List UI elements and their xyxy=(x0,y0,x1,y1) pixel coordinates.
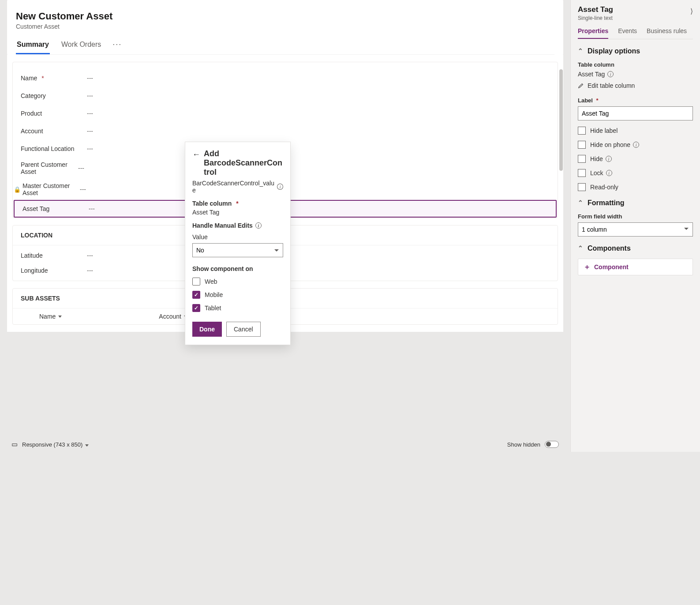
field-value: --- xyxy=(89,205,548,212)
chevron-up-icon: ⌃ xyxy=(578,47,583,54)
label-input[interactable] xyxy=(578,106,693,120)
responsive-mode-button[interactable]: Responsive (743 x 850) xyxy=(22,441,89,448)
chevron-up-icon: ⌃ xyxy=(578,199,583,206)
panel-tab-events[interactable]: Events xyxy=(618,27,637,39)
panel-title: Asset Tag xyxy=(578,5,613,14)
checkbox-web[interactable] xyxy=(192,278,200,286)
panel-tab-business-rules[interactable]: Business rules xyxy=(647,27,687,39)
checkbox-lock[interactable] xyxy=(578,169,586,177)
popover-subtitle: BarCodeScannerControl_value i xyxy=(192,180,283,194)
chevron-down-icon xyxy=(58,316,62,318)
info-icon[interactable]: i xyxy=(633,142,639,148)
info-icon[interactable]: i xyxy=(255,222,262,229)
required-star-icon: * xyxy=(236,200,238,207)
checkbox-tablet[interactable] xyxy=(192,304,200,312)
tab-work-orders[interactable]: Work Orders xyxy=(60,38,102,54)
scrollbar[interactable] xyxy=(559,69,563,171)
field-label: Product xyxy=(21,110,42,117)
field-value: --- xyxy=(87,75,550,82)
properties-panel: Asset Tag Single-line text ⟩ Properties … xyxy=(570,0,700,452)
table-column-value: Asset Tag xyxy=(578,71,605,78)
popover-title: Add BarcodeScannerControl xyxy=(204,149,283,177)
panel-tab-properties[interactable]: Properties xyxy=(578,27,608,39)
info-icon[interactable]: i xyxy=(607,71,614,77)
show-hidden-label: Show hidden xyxy=(507,441,540,448)
field-value: --- xyxy=(87,252,550,259)
handle-manual-edits-label: Handle Manual Edits i xyxy=(192,222,283,229)
bottom-bar: ▭ Responsive (743 x 850) Show hidden xyxy=(7,437,563,452)
field-label: Functional Location xyxy=(21,145,74,152)
field-label: Name xyxy=(21,75,37,82)
table-column-value: Asset Tag xyxy=(192,209,283,216)
checkbox-label: Tablet xyxy=(205,304,221,312)
field-value: --- xyxy=(80,186,550,193)
checkbox-label: Hide label xyxy=(590,127,618,134)
back-arrow-icon[interactable]: ← xyxy=(192,149,200,160)
checkbox-hide-on-phone[interactable] xyxy=(578,141,586,149)
checkbox-label: Read-only xyxy=(590,184,618,191)
show-component-on-label: Show component on xyxy=(192,265,283,272)
chevron-down-icon xyxy=(85,444,89,447)
field-value: --- xyxy=(87,110,550,117)
column-label: Name xyxy=(39,313,56,320)
tab-overflow-button[interactable]: ··· xyxy=(112,40,122,53)
label-field-label: Label * xyxy=(578,97,693,104)
section-formatting[interactable]: ⌃ Formatting xyxy=(578,199,693,207)
plus-icon: ＋ xyxy=(584,263,591,271)
tab-summary[interactable]: Summary xyxy=(16,38,50,54)
checkbox-hide-label[interactable] xyxy=(578,127,586,135)
panel-subtitle: Single-line text xyxy=(578,15,613,21)
edit-table-column-link[interactable]: Edit table column xyxy=(578,82,693,89)
form-tabs: Summary Work Orders ··· xyxy=(16,38,554,55)
table-column-label: Table column xyxy=(578,61,693,68)
field-label: Parent Customer Asset xyxy=(21,161,78,175)
layout-icon: ▭ xyxy=(11,440,18,448)
column-header-account[interactable]: Account xyxy=(159,313,187,320)
checkbox-read-only[interactable] xyxy=(578,183,586,191)
required-star-icon: * xyxy=(596,97,599,104)
add-component-button[interactable]: ＋ Component xyxy=(578,259,693,275)
info-icon[interactable]: i xyxy=(606,156,612,162)
field-product[interactable]: Product --- xyxy=(13,105,558,122)
checkbox-label: Hide i xyxy=(590,155,612,162)
collapse-panel-button[interactable]: ⟩ xyxy=(690,7,693,15)
column-header-name[interactable]: Name xyxy=(39,313,62,320)
checkbox-hide[interactable] xyxy=(578,155,586,163)
field-name[interactable]: Name * --- xyxy=(13,69,558,87)
checkbox-label: Web xyxy=(205,278,217,285)
field-category[interactable]: Category --- xyxy=(13,87,558,105)
checkbox-label: Lock i xyxy=(590,169,612,177)
show-hidden-toggle[interactable] xyxy=(545,441,559,448)
value-label: Value xyxy=(192,233,283,240)
done-button[interactable]: Done xyxy=(192,322,222,337)
lock-icon: 🔒 xyxy=(14,186,21,193)
field-label: Master Customer Asset xyxy=(22,182,80,196)
pencil-icon xyxy=(578,83,584,89)
add-component-popover: ← Add BarcodeScannerControl BarCodeScann… xyxy=(185,142,290,345)
checkbox-label: Hide on phone i xyxy=(590,141,639,148)
section-components[interactable]: ⌃ Components xyxy=(578,244,693,252)
form-subtitle: Customer Asset xyxy=(16,23,554,30)
field-value: --- xyxy=(87,267,550,274)
table-column-label: Table column * xyxy=(192,200,283,207)
info-icon[interactable]: i xyxy=(606,170,612,176)
form-field-width-label: Form field width xyxy=(578,213,693,220)
column-label: Account xyxy=(159,313,181,320)
section-display-options[interactable]: ⌃ Display options xyxy=(578,47,693,55)
field-account[interactable]: Account --- xyxy=(13,122,558,140)
info-icon[interactable]: i xyxy=(277,184,283,190)
field-label: Latitude xyxy=(21,252,43,259)
form-field-width-select[interactable]: 1 column xyxy=(578,222,693,237)
checkbox-mobile[interactable] xyxy=(192,291,200,299)
cancel-button[interactable]: Cancel xyxy=(226,322,261,337)
required-star-icon: * xyxy=(41,75,44,82)
field-value: --- xyxy=(87,128,550,135)
field-label: Account xyxy=(21,128,43,135)
checkbox-label: Mobile xyxy=(205,291,223,298)
field-value: --- xyxy=(78,165,550,172)
form-title: New Customer Asset xyxy=(16,11,554,22)
field-label: Longitude xyxy=(21,267,48,274)
field-label: Category xyxy=(21,92,46,99)
value-select[interactable]: No xyxy=(192,243,283,257)
field-value: --- xyxy=(87,92,550,99)
